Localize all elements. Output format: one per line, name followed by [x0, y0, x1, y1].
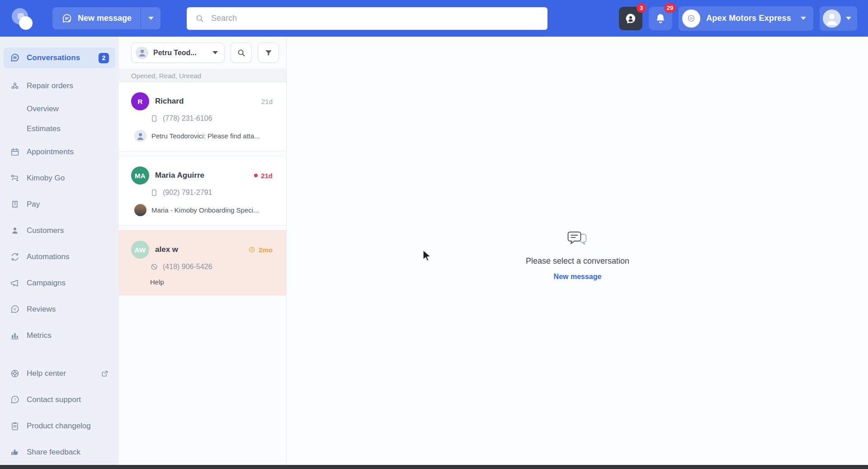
conversation-header: R Richard 21d — [131, 92, 273, 110]
conversation-phone: (778) 231-6106 — [150, 114, 273, 123]
sidebar-item-label: Pay — [27, 200, 40, 209]
conversation-name: Maria Aguirre — [155, 171, 204, 180]
list-search-button[interactable] — [231, 43, 252, 63]
conversation-row-richard[interactable]: R Richard 21d (778) 231-6106 — [119, 82, 286, 152]
sidebar-item-share-feedback[interactable]: Share feedback — [0, 439, 119, 465]
empty-conversation-icon — [567, 230, 589, 249]
preview-text: Help — [150, 278, 164, 286]
preview-avatar — [134, 204, 146, 216]
conversation-list: R Richard 21d (778) 231-6106 — [119, 82, 286, 469]
organization-name: Apex Motors Express — [706, 14, 791, 23]
messages-icon — [624, 12, 637, 25]
new-message-button[interactable]: New message — [52, 7, 141, 29]
conversation-preview: Maria - Kimoby Onboarding Speci... — [134, 204, 273, 216]
sidebar-item-label: Repair orders — [27, 81, 73, 90]
phone-number: (418) 906-5426 — [163, 263, 212, 271]
sidebar-item-kimoby-go[interactable]: Kimoby Go — [0, 165, 119, 191]
conversation-row-alex-w[interactable]: AW alex w 2mo (418) 906-5426 Help — [119, 230, 286, 295]
phone-number: (902) 791-2791 — [163, 189, 212, 197]
conversation-header: MA Maria Aguirre 21d — [131, 166, 273, 185]
conversation-preview: Petru Teodorovici: Please find atta... — [134, 130, 273, 142]
new-message-icon — [61, 13, 72, 24]
sidebar-item-label: Appointments — [27, 147, 74, 156]
sidebar-spacer — [0, 349, 119, 360]
empty-state-new-message-link[interactable]: New message — [287, 273, 868, 281]
sidebar-item-label: Campaigns — [27, 279, 66, 288]
sidebar-item-pay[interactable]: $ Pay — [0, 191, 119, 218]
sidebar-item-appointments[interactable]: Appointments — [0, 139, 119, 165]
topbar-right-cluster: 3 29 Apex Motors Express — [619, 6, 857, 31]
assignee-filter-dropdown[interactable]: Petru Teod... — [131, 43, 225, 63]
chevron-down-icon — [801, 17, 806, 20]
organization-switcher[interactable]: Apex Motors Express — [679, 6, 813, 31]
conversations-count-badge: 2 — [99, 53, 109, 63]
logo-circle — [19, 16, 33, 30]
preview-avatar — [134, 130, 146, 142]
kimoby-logo[interactable] — [9, 5, 34, 32]
sidebar-item-help-center[interactable]: Help center — [0, 360, 119, 387]
new-message-split-button: New message — [52, 7, 160, 29]
organization-avatar — [682, 9, 700, 28]
sidebar-item-conversations[interactable]: Conversations 2 — [4, 47, 115, 68]
avatar-icon — [823, 9, 841, 28]
sidebar-item-repair-orders[interactable]: Repair orders — [0, 73, 119, 99]
status-filter-bar[interactable]: Opened, Read, Unread — [119, 69, 286, 82]
sidebar-item-label: Automations — [27, 252, 70, 261]
preview-text: Petru Teodorovici: Please find atta... — [151, 132, 260, 140]
sidebar-item-label: Overview — [27, 104, 59, 114]
blocked-icon — [150, 263, 158, 271]
mobile-phone-icon — [150, 189, 158, 197]
conversation-timestamp: 2mo — [248, 246, 273, 254]
conversation-row-maria-aguirre[interactable]: MA Maria Aguirre 21d (902) 791-2791 Mari… — [119, 156, 286, 226]
notifications-button[interactable]: 29 — [649, 7, 672, 30]
new-message-label: New message — [78, 14, 132, 23]
help-buoy-icon — [10, 369, 20, 379]
user-menu[interactable] — [820, 6, 857, 31]
new-message-dropdown-button[interactable] — [141, 7, 160, 29]
sidebar: Conversations 2 Repair orders Overview E… — [0, 37, 119, 469]
avatar: R — [131, 92, 149, 110]
sidebar-item-label: Help center — [27, 369, 66, 378]
review-bubble-icon — [10, 304, 20, 314]
conversation-timestamp: 21d — [261, 98, 273, 105]
sidebar-item-metrics[interactable]: Metrics — [0, 322, 119, 349]
sidebar-item-customers[interactable]: Customers — [0, 218, 119, 244]
chevron-down-icon — [148, 17, 154, 20]
clock-icon — [248, 246, 255, 253]
list-filter-button[interactable] — [258, 43, 279, 63]
clipboard-icon — [10, 421, 20, 431]
messages-button[interactable]: 3 — [619, 7, 642, 30]
avatar — [823, 9, 841, 28]
sidebar-item-automations[interactable]: Automations — [0, 244, 119, 270]
sidebar-item-product-changelog[interactable]: Product changelog — [0, 413, 119, 439]
mouse-cursor — [421, 249, 433, 263]
conversation-list-toolbar: Petru Teod... — [119, 37, 286, 69]
svg-text:$: $ — [14, 202, 16, 206]
assignee-filter-value: Petru Teod... — [153, 49, 208, 57]
sidebar-item-reviews[interactable]: Reviews — [0, 296, 119, 322]
sidebar-item-campaigns[interactable]: Campaigns — [0, 270, 119, 296]
search-icon — [195, 14, 205, 24]
sync-icon — [10, 252, 20, 262]
receipt-icon: $ — [10, 199, 20, 209]
sidebar-item-label: Contact support — [27, 395, 81, 404]
messages-count-badge: 3 — [637, 3, 646, 13]
bell-icon — [654, 12, 667, 25]
sidebar-item-estimates[interactable]: Estimates — [0, 119, 119, 139]
search-input[interactable] — [211, 14, 539, 23]
calendar-icon — [10, 147, 20, 157]
conversation-phone: (418) 906-5426 — [150, 263, 273, 271]
empty-state-title: Please select a conversation — [287, 256, 868, 266]
thumbs-up-icon — [10, 447, 20, 457]
conversation-phone: (902) 791-2791 — [150, 189, 273, 197]
mobile-phone-icon — [150, 114, 158, 123]
empty-state: Please select a conversation New message — [287, 230, 868, 281]
preview-text: Maria - Kimoby Onboarding Speci... — [151, 206, 259, 214]
global-search — [187, 7, 547, 30]
sidebar-item-overview[interactable]: Overview — [0, 99, 119, 119]
org-icon — [686, 13, 697, 24]
sidebar-item-contact-support[interactable]: ? Contact support — [0, 387, 119, 413]
avatar-icon — [136, 47, 148, 59]
megaphone-icon — [10, 278, 20, 288]
search-icon — [236, 48, 246, 58]
